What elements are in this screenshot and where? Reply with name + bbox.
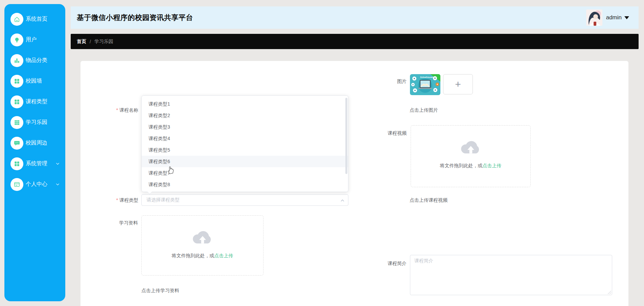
- course-intro-textarea[interactable]: [410, 255, 612, 295]
- image-upload-tip: 点击上传图片: [410, 107, 438, 113]
- breadcrumb-separator: /: [90, 39, 91, 44]
- bar-chart-icon: [10, 54, 23, 67]
- grid-icon: [10, 95, 23, 108]
- dropdown-option[interactable]: 课程类型5: [142, 144, 348, 156]
- grid-icon: [10, 75, 23, 88]
- course-video-tip: 点击上传课程视频: [410, 197, 447, 203]
- study-material-tip: 点击上传学习资料: [141, 288, 179, 294]
- sidebar-item-8-grid[interactable]: 系统管理: [4, 153, 65, 174]
- sidebar-item-label: 学习乐园: [26, 119, 47, 126]
- cursor-pointer-icon: [166, 165, 175, 175]
- sidebar: 系统首页用户物品分类校园墙课程类型学习乐园校园周边系统管理个人中心: [4, 4, 65, 301]
- username[interactable]: admin: [606, 14, 622, 21]
- bulb-icon: [10, 34, 23, 46]
- upload-click-link[interactable]: 点击上传: [214, 253, 233, 258]
- sidebar-item-1-home[interactable]: 系统首页: [4, 9, 65, 29]
- sidebar-item-label: 用户: [26, 36, 37, 43]
- dropdown-option[interactable]: 课程类型2: [142, 110, 348, 121]
- image-upload-add-button[interactable]: +: [443, 74, 473, 94]
- grid9-icon: [10, 116, 23, 129]
- course-type-dropdown-list: 课程类型1课程类型2课程类型3课程类型4课程类型5课程类型6课程类型7课程类型8: [142, 98, 348, 190]
- study-material-label: 学习资料: [119, 220, 138, 226]
- course-intro-field: [410, 255, 612, 295]
- breadcrumb: 首页 / 学习乐园: [71, 34, 639, 49]
- required-asterisk: *: [116, 107, 118, 113]
- app-root: { "header": { "title": "基于微信小程序的校园资讯共享平台…: [0, 0, 644, 306]
- course-type-dropdown: 课程类型1课程类型2课程类型3课程类型4课程类型5课程类型6课程类型7课程类型8: [141, 95, 348, 192]
- upload-cloud-icon: [460, 140, 482, 156]
- user-menu[interactable]: admin: [586, 9, 629, 26]
- grid-icon: [10, 157, 23, 170]
- sidebar-item-label: 课程类型: [26, 98, 47, 105]
- sidebar-nav: 系统首页用户物品分类校园墙课程类型学习乐园校园周边系统管理个人中心: [4, 9, 65, 195]
- thumbnail-illustration: OnlineEducation: [410, 74, 440, 95]
- chat-icon: [10, 137, 23, 150]
- sidebar-item-3-bar-chart[interactable]: 物品分类: [4, 50, 65, 71]
- sidebar-item-label: 校园周边: [26, 139, 47, 147]
- page-title: 基于微信小程序的校园资讯共享平台: [77, 13, 193, 22]
- sidebar-item-label: 系统管理: [26, 160, 47, 167]
- caret-down-icon: [624, 16, 629, 19]
- upload-cloud-icon: [192, 230, 213, 246]
- course-type-label: *课程类型: [116, 197, 138, 203]
- course-name-label: *课程名称: [116, 107, 138, 113]
- dropdown-option[interactable]: 课程类型1: [142, 98, 348, 110]
- required-asterisk: *: [116, 197, 118, 203]
- upload-drag-text: 将文件拖到此处，或: [172, 253, 214, 258]
- breadcrumb-current: 学习乐园: [94, 39, 113, 45]
- breadcrumb-home[interactable]: 首页: [77, 39, 86, 45]
- course-video-label: 课程视频: [388, 130, 407, 136]
- sidebar-item-label: 个人中心: [26, 181, 47, 188]
- upload-drag-text: 将文件拖到此处，或: [440, 163, 483, 168]
- sidebar-item-2-bulb[interactable]: 用户: [4, 29, 65, 50]
- image-field-label: 图片: [397, 79, 407, 85]
- chevron-up-icon: [340, 198, 345, 203]
- image-thumbnail[interactable]: OnlineEducation: [410, 74, 440, 95]
- course-video-upload[interactable]: 将文件拖到此处，或点击上传: [411, 125, 531, 187]
- sidebar-item-label: 物品分类: [26, 57, 47, 64]
- chevron-down-icon: [55, 161, 60, 166]
- sidebar-item-5-grid[interactable]: 课程类型: [4, 91, 65, 112]
- card-icon: [10, 178, 23, 191]
- sidebar-item-6-grid9[interactable]: 学习乐园: [4, 112, 65, 133]
- plus-icon: +: [455, 79, 461, 89]
- dropdown-option[interactable]: 课程类型8: [142, 179, 348, 190]
- sidebar-item-label: 校园墙: [26, 78, 42, 85]
- dropdown-scrollbar[interactable]: [345, 98, 347, 174]
- topbar: 基于微信小程序的校园资讯共享平台 admin: [71, 6, 639, 29]
- course-intro-label: 课程简介: [388, 261, 407, 267]
- upload-click-link[interactable]: 点击上传: [483, 163, 502, 168]
- svg-text:OnlineEducation: OnlineEducation: [420, 76, 435, 78]
- chevron-down-icon: [55, 182, 60, 187]
- dropdown-option[interactable]: 课程类型4: [142, 133, 348, 144]
- sidebar-item-7-chat[interactable]: 校园周边: [4, 133, 65, 153]
- select-placeholder: 请选择课程类型: [146, 197, 180, 203]
- course-type-select[interactable]: 请选择课程类型: [141, 194, 348, 206]
- avatar-image: [586, 9, 602, 26]
- avatar[interactable]: [586, 9, 602, 26]
- sidebar-item-4-grid[interactable]: 校园墙: [4, 71, 65, 91]
- sidebar-item-label: 系统首页: [26, 16, 47, 23]
- sidebar-item-9-card[interactable]: 个人中心: [4, 174, 65, 195]
- content-card: 图片 OnlineEducation + 点击上传图片 *课程名称 课程类型1课…: [80, 61, 628, 306]
- study-material-upload[interactable]: 将文件拖到此处，或点击上传: [141, 215, 263, 276]
- home-icon: [10, 13, 23, 26]
- dropdown-option[interactable]: 课程类型3: [142, 121, 348, 133]
